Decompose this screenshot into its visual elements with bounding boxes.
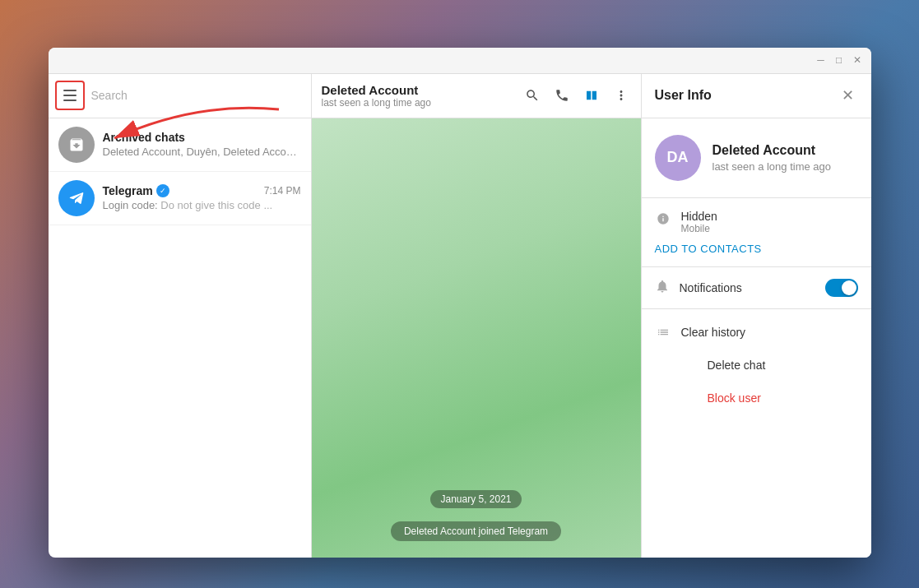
- info-content: Hidden Mobile: [681, 210, 717, 234]
- chat-item-archived[interactable]: Archived chats Deleted Account, Duyên, D…: [49, 118, 311, 172]
- call-icon[interactable]: [552, 86, 572, 105]
- profile-name: Deleted Account: [712, 143, 832, 158]
- sidebar: Archived chats Deleted Account, Duyên, D…: [49, 74, 312, 558]
- user-profile: DA Deleted Account last seen a long time…: [642, 118, 871, 198]
- chat-header-actions: [522, 86, 631, 105]
- hamburger-line-2: [63, 95, 77, 96]
- columns-icon[interactable]: [582, 86, 601, 105]
- close-window-button[interactable]: ✕: [850, 53, 865, 67]
- menu-button[interactable]: [55, 81, 85, 110]
- hamburger-line-3: [63, 100, 77, 101]
- chat-name-with-badge: Telegram ✓: [103, 184, 169, 197]
- delete-chat-action[interactable]: Delete chat: [668, 349, 871, 382]
- info-row: Hidden Mobile: [655, 210, 858, 234]
- block-user-action[interactable]: Block user: [668, 382, 871, 414]
- toggle-knob: [842, 280, 856, 295]
- clear-history-label: Clear history: [681, 326, 746, 339]
- chat-preview-telegram: Login code: Do not give this code ...: [103, 199, 301, 211]
- chat-header-status: last seen a long time ago: [322, 97, 516, 109]
- info-sublabel: Mobile: [681, 223, 717, 234]
- chat-time: 7:14 PM: [264, 185, 301, 197]
- chat-name-row-telegram: Telegram ✓ 7:14 PM: [103, 184, 301, 197]
- list-icon: [655, 326, 671, 339]
- profile-details: Deleted Account last seen a long time ag…: [712, 143, 832, 173]
- chat-header-name: Deleted Account: [322, 83, 516, 97]
- add-to-contacts-button[interactable]: ADD TO CONTACTS: [655, 243, 858, 255]
- close-panel-button[interactable]: ✕: [838, 86, 858, 105]
- app-window: ─ □ ✕: [49, 48, 871, 558]
- chat-header: Deleted Account last seen a long time ag…: [312, 74, 641, 118]
- notifications-toggle[interactable]: [825, 279, 858, 297]
- user-info-title: User Info: [655, 88, 712, 103]
- date-badge: January 5, 2021: [430, 490, 521, 508]
- user-info-header: User Info ✕: [642, 74, 871, 118]
- chat-name-row: Archived chats: [103, 131, 301, 144]
- chat-header-info: Deleted Account last seen a long time ag…: [322, 83, 516, 109]
- chat-info-telegram: Telegram ✓ 7:14 PM Login code: Do not gi…: [103, 184, 301, 211]
- join-badge: Deleted Account joined Telegram: [391, 521, 561, 541]
- profile-avatar: DA: [655, 135, 701, 181]
- maximize-button[interactable]: □: [832, 53, 847, 67]
- hamburger-line-1: [63, 90, 77, 91]
- notifications-section: Notifications: [642, 267, 871, 309]
- chat-name-telegram: Telegram: [103, 184, 153, 197]
- info-circle-icon: [655, 211, 671, 227]
- user-info-panel: User Info ✕ DA Deleted Account last seen…: [641, 74, 871, 558]
- info-label: Hidden: [681, 210, 717, 223]
- search-chat-icon[interactable]: [522, 86, 542, 105]
- chat-area: Deleted Account last seen a long time ag…: [312, 74, 641, 558]
- verified-badge: ✓: [156, 184, 169, 197]
- avatar-telegram: [58, 180, 95, 216]
- notif-row: Notifications: [655, 279, 858, 297]
- chat-list: Archived chats Deleted Account, Duyên, D…: [49, 118, 311, 558]
- block-user-label: Block user: [708, 391, 761, 405]
- main-layout: Archived chats Deleted Account, Duyên, D…: [49, 74, 871, 558]
- info-section: Hidden Mobile ADD TO CONTACTS: [642, 198, 871, 267]
- profile-status: last seen a long time ago: [712, 160, 832, 173]
- avatar-archive: [58, 127, 95, 163]
- chat-messages: January 5, 2021 Deleted Account joined T…: [312, 118, 641, 558]
- chat-name: Archived chats: [103, 131, 185, 144]
- notifications-label: Notifications: [680, 281, 815, 294]
- title-bar: ─ □ ✕: [49, 48, 871, 74]
- chat-info-archived: Archived chats Deleted Account, Duyên, D…: [103, 131, 301, 158]
- clear-history-action[interactable]: Clear history: [642, 316, 871, 349]
- more-options-icon[interactable]: [611, 86, 631, 105]
- sidebar-header: [49, 74, 311, 118]
- chat-item-telegram[interactable]: Telegram ✓ 7:14 PM Login code: Do not gi…: [49, 172, 311, 225]
- minimize-button[interactable]: ─: [814, 53, 828, 67]
- chat-preview: Deleted Account, Duyên, Deleted Accoun..…: [103, 146, 301, 158]
- bell-icon: [655, 279, 670, 297]
- actions-section: Clear history Delete chat Block user: [642, 309, 871, 421]
- search-input[interactable]: [91, 82, 304, 109]
- delete-chat-label: Delete chat: [708, 359, 766, 372]
